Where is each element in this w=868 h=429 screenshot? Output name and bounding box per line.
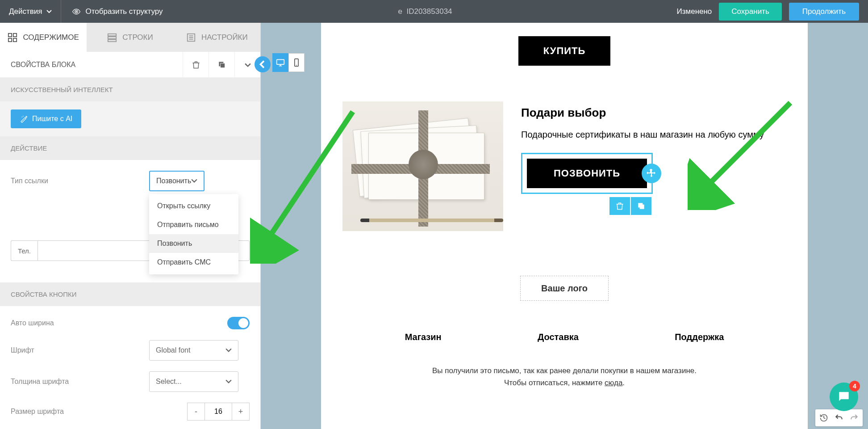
footer-link-delivery[interactable]: Доставка — [538, 332, 579, 342]
tel-prefix-label: Тел. — [11, 240, 38, 261]
move-handle[interactable] — [642, 164, 661, 183]
desktop-icon — [276, 58, 285, 67]
topbar: Действия Отобразить структуру e ID203853… — [0, 0, 868, 23]
history-icon — [819, 413, 828, 422]
dropdown-option-send-email[interactable]: Отправить письмо — [149, 215, 238, 234]
chevron-down-icon — [225, 347, 232, 353]
font-weight-select[interactable]: Select... — [149, 371, 238, 392]
gift-image — [342, 101, 503, 231]
footer-link-shop[interactable]: Магазин — [405, 332, 442, 342]
magic-wand-icon — [20, 115, 28, 123]
tab-settings[interactable]: НАСТРОЙКИ — [174, 23, 260, 52]
sidebar: СОДЕРЖИМОЕ СТРОКИ НАСТРОЙКИ СВОЙСТВА БЛО… — [0, 23, 261, 429]
tab-rows[interactable]: СТРОКИ — [87, 23, 173, 52]
duplicate-icon — [637, 202, 646, 210]
redo-button[interactable] — [847, 411, 861, 425]
buy-button[interactable]: КУПИТЬ — [518, 36, 611, 66]
show-structure-label: Отобразить структуру — [85, 7, 163, 16]
changed-label: Изменено — [676, 7, 712, 16]
svg-point-16 — [296, 65, 297, 66]
selected-button-block[interactable]: ПОЗВОНИТЬ — [521, 153, 653, 194]
svg-rect-5 — [108, 34, 116, 36]
redo-icon — [850, 413, 859, 422]
eye-icon — [72, 7, 81, 16]
svg-rect-6 — [108, 37, 116, 39]
font-size-increase[interactable]: + — [232, 403, 250, 421]
footer-link-support[interactable]: Поддержка — [675, 332, 724, 342]
move-icon — [646, 168, 657, 179]
block-properties-label: СВОЙСТВА БЛОКА — [0, 61, 183, 69]
svg-rect-4 — [13, 38, 17, 41]
font-size-input[interactable] — [205, 403, 232, 421]
gift-description: Подарочные сертификаты в наш магазин на … — [521, 128, 786, 141]
unsubscribe-link[interactable]: сюда — [605, 379, 622, 387]
settings-icon — [186, 33, 196, 42]
chevron-down-icon — [46, 9, 52, 14]
write-with-ai-button[interactable]: Пишите с AI — [11, 109, 81, 128]
chevron-left-icon — [259, 60, 267, 68]
gift-title: Подари выбор — [521, 106, 786, 120]
actions-label: Действия — [9, 7, 42, 16]
history-button[interactable] — [817, 411, 830, 425]
mobile-icon — [292, 58, 301, 67]
collapse-sidebar-button[interactable] — [255, 56, 271, 72]
auto-width-label: Авто ширина — [11, 319, 149, 327]
save-button[interactable]: Сохранить — [719, 3, 781, 21]
undo-button[interactable] — [832, 411, 846, 425]
link-type-select[interactable]: Позвонить — [149, 171, 204, 191]
chevron-down-icon — [191, 178, 197, 184]
footer-text: Вы получили это письмо, так как ранее де… — [321, 356, 808, 407]
font-size-decrease[interactable]: - — [187, 403, 205, 421]
duplicate-block-button[interactable] — [209, 52, 234, 78]
chevron-down-icon — [243, 60, 252, 69]
trash-icon — [192, 60, 200, 69]
canvas[interactable]: КУПИТЬ Подари выбор Подарочные сертифика… — [261, 23, 868, 429]
rows-icon — [107, 33, 117, 42]
svg-rect-14 — [277, 59, 284, 64]
selected-duplicate-button[interactable] — [631, 197, 651, 215]
trash-icon — [615, 202, 624, 210]
duplicate-icon — [217, 60, 226, 69]
ai-section-head: ИСКУССТВЕННЫЙ ИНТЕЛЛЕКТ — [0, 78, 260, 101]
action-section-head: ДЕЙСТВИЕ — [0, 136, 260, 160]
delete-block-button[interactable] — [183, 52, 209, 78]
actions-menu[interactable]: Действия — [9, 0, 61, 23]
chat-badge: 4 — [849, 381, 860, 391]
chat-widget[interactable]: 4 — [830, 383, 858, 411]
svg-rect-13 — [220, 63, 225, 67]
svg-rect-18 — [640, 205, 644, 209]
logo-placeholder[interactable]: Ваше лого — [520, 276, 609, 301]
chevron-down-icon — [225, 379, 232, 385]
link-type-label: Тип ссылки — [11, 177, 149, 185]
document-id: e ID203853034 — [174, 7, 677, 16]
svg-rect-1 — [8, 33, 12, 36]
desktop-view-button[interactable] — [272, 53, 288, 72]
font-weight-label: Толщина шрифта — [11, 378, 149, 386]
call-button[interactable]: ПОЗВОНИТЬ — [527, 159, 647, 188]
history-bar — [815, 409, 863, 426]
svg-point-0 — [76, 11, 77, 12]
auto-width-toggle[interactable] — [227, 317, 250, 329]
dropdown-option-call[interactable]: Позвонить — [149, 234, 238, 253]
show-structure-toggle[interactable]: Отобразить структуру — [61, 7, 173, 16]
font-size-label: Размер шрифта — [11, 408, 149, 416]
continue-button[interactable]: Продолжить — [789, 3, 859, 21]
button-props-head: СВОЙСТВА КНОПКИ — [0, 282, 260, 306]
svg-rect-2 — [13, 33, 17, 36]
svg-rect-7 — [108, 39, 116, 42]
dropdown-option-send-sms[interactable]: Отправить СМС — [149, 253, 238, 272]
undo-icon — [835, 413, 843, 422]
chat-icon — [837, 390, 851, 404]
svg-rect-3 — [8, 38, 12, 41]
tab-content[interactable]: СОДЕРЖИМОЕ — [0, 23, 87, 52]
link-type-dropdown: Открыть ссылку Отправить письмо Позвонит… — [149, 194, 238, 274]
font-label: Шрифт — [11, 346, 149, 354]
email-preview: КУПИТЬ Подари выбор Подарочные сертифика… — [321, 23, 808, 429]
dropdown-option-open-link[interactable]: Открыть ссылку — [149, 197, 238, 215]
grid-icon — [8, 33, 17, 42]
font-select[interactable]: Global font — [149, 340, 238, 361]
selected-delete-button[interactable] — [609, 197, 630, 215]
mobile-view-button[interactable] — [288, 53, 305, 72]
